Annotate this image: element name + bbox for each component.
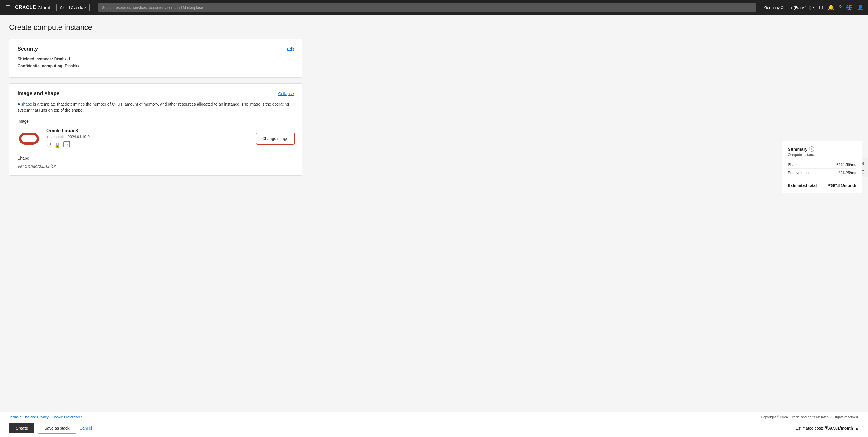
oracle-text: ORACLE — [15, 5, 36, 10]
shield-feature-icon: 🛡 — [46, 142, 52, 148]
top-navigation: ☰ ORACLE Cloud Cloud Classic > Germany C… — [0, 0, 868, 15]
summary-info-icon[interactable]: i — [809, 146, 814, 151]
shielded-instance-value-text: Disabled — [54, 57, 70, 61]
region-text: Germany Central (Frankfurt) — [764, 5, 811, 10]
console-icon[interactable]: ⊡ — [819, 4, 823, 11]
oracle-logo: ORACLE Cloud — [15, 5, 51, 10]
image-shape-card-header: Image and shape Collapse — [18, 91, 294, 96]
summary-title: Summary — [788, 147, 807, 151]
oracle-oval-icon — [19, 133, 39, 145]
region-selector[interactable]: Germany Central (Frankfurt) ▾ — [764, 5, 814, 10]
summary-total-row: Estimated total ₹697.81/month — [788, 180, 856, 188]
shape-section-label: Shape — [18, 156, 294, 161]
shape-link[interactable]: shape — [21, 102, 32, 106]
estimated-cost-value: ₹697.81/month — [825, 426, 853, 430]
svg-text:BM: BM — [65, 143, 69, 146]
bm-feature-icon: BM — [63, 141, 70, 149]
bottom-action-bar: Create Save as stack Cancel Estimated co… — [0, 419, 868, 437]
image-name: Oracle Linux 8 — [46, 128, 251, 134]
change-image-button[interactable]: Change image — [257, 134, 294, 143]
security-card-title: Security — [18, 46, 38, 52]
security-edit-button[interactable]: Edit — [287, 47, 294, 52]
main-content: Create compute instance Security Edit Sh… — [0, 15, 868, 437]
image-section-label: Image — [18, 119, 294, 124]
estimated-cost-label: Estimated cost: — [796, 426, 823, 430]
shape-description: A shape is a template that determines th… — [18, 101, 294, 113]
summary-boot-volume-price: ₹36.25/mo — [838, 171, 856, 175]
image-shape-card-title: Image and shape — [18, 91, 59, 96]
image-feature-icons: 🛡 🔒 BM — [46, 141, 251, 149]
save-as-stack-button[interactable]: Save as stack — [38, 423, 76, 434]
chevron-up-icon[interactable]: ▲ — [855, 426, 859, 430]
globe-icon[interactable]: 🌐 — [846, 4, 852, 11]
shape-description-before: A — [18, 102, 21, 106]
image-row: Oracle Linux 8 Image build: 2024.04.19-0… — [18, 127, 294, 150]
copyright-text: Copyright © 2024, Oracle and/or its affi… — [761, 415, 859, 419]
summary-shape-row: Shape ₹661.56/mo — [788, 161, 856, 169]
search-input[interactable] — [98, 3, 756, 12]
shielded-instance-label: Shielded instance: — [18, 57, 53, 61]
create-button[interactable]: Create — [9, 423, 34, 433]
image-build: Image build: 2024.04.19-0 — [46, 135, 251, 139]
summary-estimated-total-label: Estimated total — [788, 183, 816, 188]
estimated-cost-display: Estimated cost: ₹697.81/month ▲ — [796, 426, 859, 430]
shielded-instance-field: Shielded instance: Disabled — [18, 57, 294, 61]
hamburger-menu-icon[interactable]: ☰ — [5, 3, 11, 12]
lock-feature-icon: 🔒 — [54, 142, 61, 148]
cancel-button[interactable]: Cancel — [80, 426, 92, 430]
page-title: Create compute instance — [9, 23, 859, 32]
summary-boot-volume-row: Boot volume ₹36.25/mo — [788, 169, 856, 177]
summary-shape-label: Shape — [788, 163, 799, 167]
user-avatar-icon[interactable]: 👤 — [857, 4, 863, 11]
summary-estimated-total-price: ₹697.81/month — [828, 183, 856, 188]
cloud-text: Cloud — [38, 5, 51, 10]
summary-shape-price: ₹661.56/mo — [836, 163, 856, 167]
confidential-computing-value-text: Disabled — [65, 63, 81, 68]
summary-boot-volume-label: Boot volume — [788, 171, 809, 175]
confidential-computing-field: Confidential computing: Disabled — [18, 63, 294, 68]
summary-header: Summary i — [788, 146, 856, 151]
cloud-classic-button[interactable]: Cloud Classic > — [56, 4, 90, 11]
security-card-header: Security Edit — [18, 46, 294, 52]
footer-left: Terms of Use and Privacy Cookie Preferen… — [9, 415, 83, 419]
search-container — [98, 3, 756, 12]
security-card: Security Edit Shielded instance: Disable… — [9, 39, 302, 78]
region-chevron-icon: ▾ — [812, 5, 814, 10]
shape-description-after: is a template that determines the number… — [18, 102, 289, 112]
summary-panel: Summary i Compute instance Shape ₹661.56… — [782, 141, 862, 193]
terms-link[interactable]: Terms of Use and Privacy — [9, 415, 49, 419]
confidential-computing-label: Confidential computing: — [18, 63, 64, 68]
help-icon[interactable]: ? — [839, 5, 842, 11]
image-info: Oracle Linux 8 Image build: 2024.04.19-0… — [46, 128, 251, 149]
bell-icon[interactable]: 🔔 — [828, 4, 834, 11]
summary-subtitle: Compute instance — [788, 153, 856, 157]
cookie-preferences-link[interactable]: Cookie Preferences — [52, 415, 83, 419]
top-nav-right: Germany Central (Frankfurt) ▾ ⊡ 🔔 ? 🌐 👤 — [764, 4, 863, 11]
oracle-image-logo — [18, 127, 40, 150]
shape-name-preview: VM.Standard.E4.Flex — [18, 164, 294, 169]
collapse-button[interactable]: Collapse — [278, 91, 294, 96]
image-shape-card: Image and shape Collapse A shape is a te… — [9, 83, 302, 176]
bottom-bar-left: Create Save as stack Cancel — [9, 423, 92, 434]
